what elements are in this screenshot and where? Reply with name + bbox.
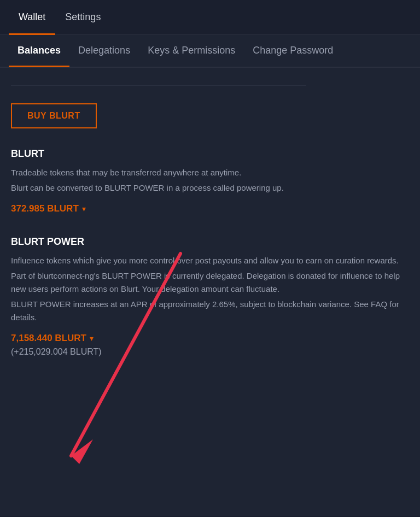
tab-change-password[interactable]: Change Password bbox=[244, 36, 342, 67]
top-nav-settings[interactable]: Settings bbox=[55, 1, 110, 35]
blurt-power-desc1: Influence tokens which give you more con… bbox=[11, 254, 409, 267]
blurt-power-dropdown-icon[interactable]: ▾ bbox=[90, 334, 94, 343]
blurt-title: BLURT bbox=[11, 148, 409, 160]
buy-blurt-button[interactable]: BUY BLURT bbox=[11, 103, 97, 128]
top-nav-wallet[interactable]: Wallet bbox=[9, 1, 55, 35]
blurt-dropdown-icon[interactable]: ▾ bbox=[82, 204, 86, 213]
blurt-power-value: 7,158.440 BLURT bbox=[11, 333, 86, 344]
blurt-value-row: 372.985 BLURT ▾ bbox=[11, 203, 409, 214]
tab-balances[interactable]: Balances bbox=[9, 36, 69, 67]
blurt-desc1: Tradeable tokens that may be transferred… bbox=[11, 166, 409, 179]
blurt-power-desc2: Part of blurtconnect-ng's BLURT POWER is… bbox=[11, 269, 409, 296]
blurt-power-title: BLURT POWER bbox=[11, 236, 409, 248]
blurt-value: 372.985 BLURT bbox=[11, 203, 79, 214]
blurt-power-value-row: 7,158.440 BLURT ▾ bbox=[11, 333, 409, 344]
blurt-desc2: Blurt can be converted to BLURT POWER in… bbox=[11, 181, 409, 195]
tab-delegations[interactable]: Delegations bbox=[69, 36, 139, 67]
sub-nav: Balances Delegations Keys & Permissions … bbox=[0, 35, 420, 68]
top-nav: Wallet Settings bbox=[0, 0, 420, 35]
blurt-power-section: BLURT POWER Influence tokens which give … bbox=[11, 236, 409, 357]
main-content: BUY BLURT BLURT Tradeable tokens that ma… bbox=[0, 68, 420, 516]
tab-keys-permissions[interactable]: Keys & Permissions bbox=[139, 36, 244, 67]
blurt-section: BLURT Tradeable tokens that may be trans… bbox=[11, 148, 409, 214]
blurt-power-sub-value: (+215,029.004 BLURT) bbox=[11, 347, 409, 357]
divider bbox=[11, 85, 306, 86]
blurt-power-desc3: BLURT POWER increases at an APR of appro… bbox=[11, 298, 409, 324]
svg-marker-1 bbox=[71, 439, 93, 464]
